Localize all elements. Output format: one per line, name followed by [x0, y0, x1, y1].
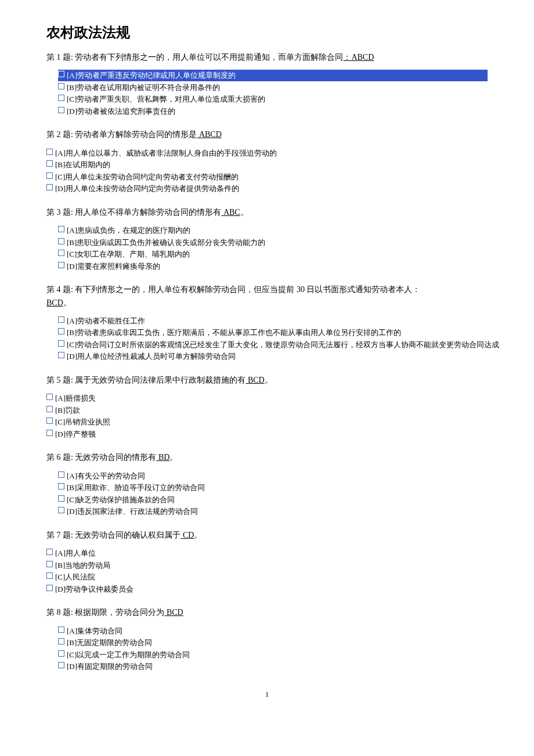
option-label: [D]劳动争议仲裁委员会: [55, 584, 134, 595]
option-row[interactable]: [B]采用欺诈、胁迫等手段订立的劳动合同: [58, 482, 488, 494]
option-row[interactable]: [B]劳动者在试用期内被证明不符合录用条件的: [58, 82, 488, 93]
option-row[interactable]: [C]吊销营业执照: [46, 416, 488, 428]
option-row[interactable]: [D]违反国家法律、行政法规的劳动合同: [58, 506, 488, 517]
checkbox-icon[interactable]: [58, 262, 64, 268]
checkbox-icon[interactable]: [58, 495, 64, 502]
checkbox-icon[interactable]: [46, 573, 53, 579]
question-block: 第 2 题: 劳动者单方解除劳动合同的情形是 ABCD[A]用人单位以暴力、威胁…: [46, 128, 488, 194]
question-suffix: 。: [240, 208, 248, 217]
page-number: 1: [46, 690, 488, 699]
checkbox-icon[interactable]: [58, 95, 64, 101]
question-answer: BD: [156, 453, 169, 462]
question-text: 属于无效劳动合同法律后果中行政制裁措施的有: [75, 376, 246, 384]
option-row[interactable]: [B]劳动者患病或非因工负伤，医疗期满后，不能从事原工作也不能从事由用人单位另行…: [58, 327, 488, 339]
question-number: 第 5 题:: [46, 376, 75, 384]
checkbox-icon[interactable]: [58, 71, 64, 77]
checkbox-icon[interactable]: [58, 627, 64, 633]
option-row[interactable]: [C]用人单位未按劳动合同约定向劳动者支付劳动报酬的: [46, 171, 488, 183]
option-row[interactable]: [D]停产整顿: [46, 429, 488, 440]
option-label: [D]用人单位经济性裁减人员时可单方解除劳动合同: [67, 351, 236, 362]
question-text: 无效劳动合同的情形有: [75, 453, 156, 462]
option-label: [D]停产整顿: [55, 429, 96, 440]
checkbox-icon[interactable]: [46, 160, 53, 167]
checkbox-icon[interactable]: [46, 406, 53, 412]
option-row[interactable]: [B]无固定期限的劳动合同: [58, 637, 488, 649]
checkbox-icon[interactable]: [46, 417, 53, 424]
option-label: [D]需要在家照料瘫痪母亲的: [67, 261, 160, 272]
question-prompt: 第 7 题: 无效劳动合同的确认权归属于 CD。: [46, 529, 488, 542]
question-text: 劳动者有下列情形之一的，用人单位可以不用提前通知，而单方面解除合同: [75, 53, 343, 62]
checkbox-icon[interactable]: [58, 340, 64, 347]
checkbox-icon[interactable]: [58, 507, 64, 513]
checkbox-icon[interactable]: [58, 662, 64, 668]
question-prompt: 第 2 题: 劳动者单方解除劳动合同的情形是 ABCD: [46, 128, 488, 141]
checkbox-icon[interactable]: [58, 352, 64, 358]
option-label: [B]患职业病或因工负伤并被确认丧失或部分丧失劳动能力的: [67, 237, 265, 249]
checkbox-icon[interactable]: [58, 83, 64, 89]
option-row[interactable]: [B]患职业病或因工负伤并被确认丧失或部分丧失劳动能力的: [58, 237, 488, 249]
checkbox-icon[interactable]: [58, 316, 64, 323]
checkbox-icon[interactable]: [58, 107, 64, 113]
option-label: [C]劳动者严重失职、营私舞弊，对用人单位造成重大损害的: [67, 93, 265, 105]
question-text: 有下列情形之一的，用人单位有权解除劳动合同，但应当提前 30 日以书面形式通知劳…: [75, 285, 420, 294]
option-row[interactable]: [C]人民法院: [46, 571, 488, 583]
option-row[interactable]: [A]集体劳动合同: [58, 625, 488, 637]
option-row[interactable]: [D]劳动者被依法追究刑事责任的: [58, 106, 488, 117]
option-label: [B]在试用期内的: [55, 159, 110, 171]
checkbox-icon[interactable]: [46, 561, 53, 567]
option-row[interactable]: [A]用人单位以暴力、威胁或者非法限制人身自由的手段强迫劳动的: [46, 147, 488, 159]
checkbox-icon[interactable]: [46, 172, 53, 179]
question-number: 第 6 题:: [46, 453, 75, 462]
checkbox-icon[interactable]: [58, 226, 64, 232]
option-row[interactable]: [B]罚款: [46, 405, 488, 416]
option-row[interactable]: [D]需要在家照料瘫痪母亲的: [58, 261, 488, 272]
option-row[interactable]: [A]有失公平的劳动合同: [58, 470, 488, 482]
questions-container: 第 1 题: 劳动者有下列情形之一的，用人单位可以不用提前通知，而单方面解除合同…: [46, 51, 488, 672]
checkbox-icon[interactable]: [46, 549, 53, 555]
option-row[interactable]: [C]以完成一定工作为期限的劳动合同: [58, 649, 488, 661]
option-row[interactable]: [B]在试用期内的: [46, 159, 488, 171]
option-row[interactable]: [C]缺乏劳动保护措施条款的合同: [58, 494, 488, 506]
checkbox-icon[interactable]: [46, 585, 53, 591]
checkbox-icon[interactable]: [58, 238, 64, 244]
question-answer: ABCD: [197, 130, 221, 139]
option-row[interactable]: [A]劳动者不能胜任工作: [58, 315, 488, 327]
checkbox-icon[interactable]: [58, 650, 64, 657]
checkbox-icon[interactable]: [46, 394, 53, 400]
option-row[interactable]: [A]赔偿损失: [46, 393, 488, 404]
checkbox-icon[interactable]: [58, 471, 64, 478]
option-label: [A]患病或负伤，在规定的医疗期内的: [67, 225, 190, 236]
checkbox-icon[interactable]: [58, 638, 64, 645]
question-prompt: 第 8 题: 根据期限，劳动合同分为 BCD: [46, 606, 488, 619]
option-row[interactable]: [A]劳动者严重违反劳动纪律或用人单位规章制度的: [58, 70, 488, 81]
options-list: [A]用人单位以暴力、威胁或者非法限制人身自由的手段强迫劳动的[B]在试用期内的…: [46, 147, 488, 195]
question-text: 用人单位不得单方解除劳动合同的情形有: [75, 208, 221, 217]
option-label: [D]劳动者被依法追究刑事责任的: [67, 106, 175, 117]
question-block: 第 6 题: 无效劳动合同的情形有 BD。[A]有失公平的劳动合同[B]采用欺诈…: [46, 451, 488, 517]
checkbox-icon[interactable]: [46, 149, 53, 155]
option-label: [A]劳动者严重违反劳动纪律或用人单位规章制度的: [67, 70, 236, 81]
checkbox-icon[interactable]: [58, 483, 64, 489]
option-row[interactable]: [C]劳动者严重失职、营私舞弊，对用人单位造成重大损害的: [58, 93, 488, 105]
option-label: [C]人民法院: [55, 571, 95, 583]
option-row[interactable]: [C]女职工在孕期、产期、哺乳期内的: [58, 249, 488, 260]
question-prompt: 第 4 题: 有下列情形之一的，用人单位有权解除劳动合同，但应当提前 30 日以…: [46, 283, 488, 309]
checkbox-icon[interactable]: [58, 328, 64, 334]
option-row[interactable]: [D]用人单位经济性裁减人员时可单方解除劳动合同: [58, 351, 488, 362]
option-row[interactable]: [A]患病或负伤，在规定的医疗期内的: [58, 225, 488, 236]
option-row[interactable]: [D]有固定期限的劳动合同: [58, 661, 488, 672]
question-answer: ABC: [221, 208, 240, 217]
checkbox-icon[interactable]: [46, 184, 53, 190]
option-label: [C]劳动合同订立时所依据的客观情况已经发生了重大变化，致使原劳动合同无法履行，…: [67, 339, 499, 351]
option-row[interactable]: [D]用人单位未按劳动合同约定向劳动者提供劳动条件的: [46, 183, 488, 195]
option-row[interactable]: [B]当地的劳动局: [46, 560, 488, 571]
question-answer: BCD: [246, 376, 264, 384]
checkbox-icon[interactable]: [46, 430, 53, 436]
option-row[interactable]: [D]劳动争议仲裁委员会: [46, 584, 488, 595]
checkbox-icon[interactable]: [58, 250, 64, 256]
question-text: 无效劳动合同的确认权归属于: [75, 531, 181, 539]
question-answer: BCD: [46, 298, 63, 307]
option-row[interactable]: [C]劳动合同订立时所依据的客观情况已经发生了重大变化，致使原劳动合同无法履行，…: [58, 339, 488, 351]
option-row[interactable]: [A]用人单位: [46, 548, 488, 559]
options-list: [A]劳动者不能胜任工作[B]劳动者患病或非因工负伤，医疗期满后，不能从事原工作…: [46, 315, 488, 362]
